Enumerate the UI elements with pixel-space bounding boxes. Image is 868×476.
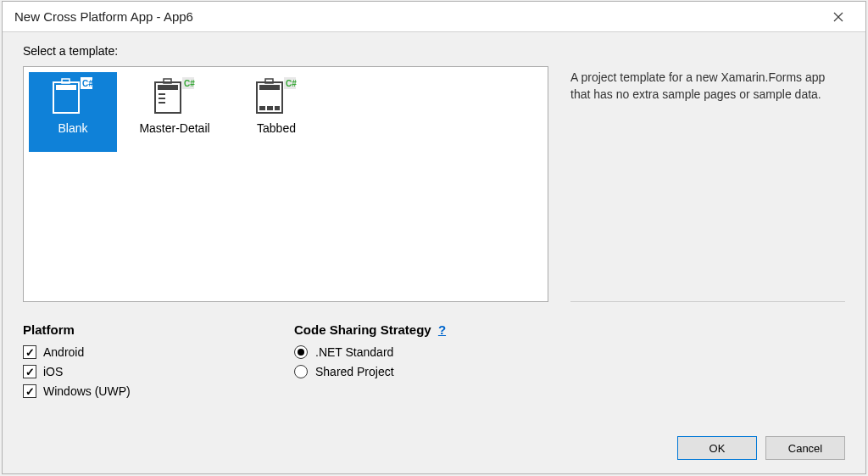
close-icon: [833, 12, 843, 22]
svg-rect-4: [62, 79, 70, 83]
radio-net-standard[interactable]: .NET Standard: [294, 345, 845, 359]
svg-rect-16: [259, 85, 280, 90]
platform-section: Platform Android iOS Windows (UWP): [23, 322, 294, 404]
dialog-window: New Cross Platform App - App6 Select a t…: [2, 1, 866, 474]
checkbox-icon: [23, 345, 36, 359]
template-label: Blank: [58, 121, 87, 135]
checkbox-label: Android: [43, 345, 84, 359]
svg-text:C#: C#: [286, 79, 297, 88]
template-label: Master-Detail: [139, 121, 209, 135]
lower-row: Platform Android iOS Windows (UWP) Code …: [23, 322, 845, 404]
checkbox-label: iOS: [43, 365, 63, 378]
ok-button[interactable]: OK: [677, 436, 757, 460]
radio-label: Shared Project: [315, 365, 394, 378]
tabbed-template-icon: C#: [255, 77, 298, 115]
checkbox-label: Windows (UWP): [43, 384, 131, 398]
svg-rect-19: [275, 106, 280, 110]
platform-checkbox-ios[interactable]: iOS: [23, 365, 294, 378]
svg-rect-18: [267, 106, 273, 110]
cancel-button[interactable]: Cancel: [765, 436, 845, 460]
code-sharing-heading-text: Code Sharing Strategy: [294, 322, 431, 337]
upper-row: C# Blank C# Master-Detail: [23, 66, 845, 304]
svg-text:C#: C#: [184, 79, 195, 88]
platform-checkbox-android[interactable]: Android: [23, 345, 294, 359]
platform-checkbox-windows-uwp[interactable]: Windows (UWP): [23, 384, 294, 398]
close-button[interactable]: [821, 3, 855, 31]
template-item-blank[interactable]: C# Blank: [29, 72, 117, 152]
svg-rect-20: [265, 79, 273, 83]
blank-template-icon: C#: [52, 77, 94, 115]
checkbox-icon: [23, 365, 36, 378]
svg-rect-8: [158, 85, 178, 90]
dialog-content: Select a template: C# Blank: [3, 32, 865, 473]
code-sharing-heading: Code Sharing Strategy ?: [294, 322, 845, 337]
titlebar: New Cross Platform App - App6: [3, 2, 865, 32]
template-item-tabbed[interactable]: C# Tabbed: [232, 72, 320, 152]
template-description: A project template for a new Xamarin.For…: [570, 66, 845, 302]
radio-shared-project[interactable]: Shared Project: [294, 365, 845, 378]
platform-heading: Platform: [23, 322, 294, 337]
radio-icon: [294, 365, 308, 378]
select-template-label: Select a template:: [23, 44, 845, 58]
template-label: Tabbed: [257, 121, 296, 135]
button-bar: OK Cancel: [23, 424, 845, 460]
master-detail-template-icon: C#: [153, 77, 196, 115]
svg-rect-3: [56, 85, 76, 90]
checkbox-icon: [23, 384, 36, 398]
template-list: C# Blank C# Master-Detail: [23, 66, 548, 302]
svg-text:C#: C#: [82, 79, 93, 88]
radio-icon: [294, 345, 308, 359]
radio-label: .NET Standard: [315, 345, 393, 359]
help-link[interactable]: ?: [438, 322, 446, 337]
svg-rect-17: [259, 106, 265, 110]
template-item-master-detail[interactable]: C# Master-Detail: [131, 72, 219, 152]
window-title: New Cross Platform App - App6: [14, 9, 821, 24]
code-sharing-section: Code Sharing Strategy ? .NET Standard Sh…: [294, 322, 845, 404]
svg-rect-12: [164, 79, 171, 83]
